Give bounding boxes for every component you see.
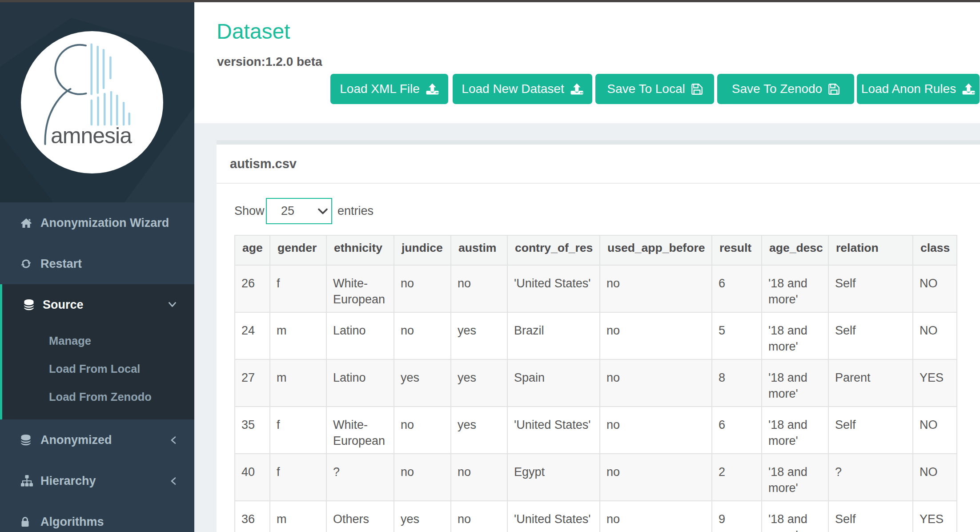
svg-text:amnesia: amnesia: [51, 123, 132, 148]
